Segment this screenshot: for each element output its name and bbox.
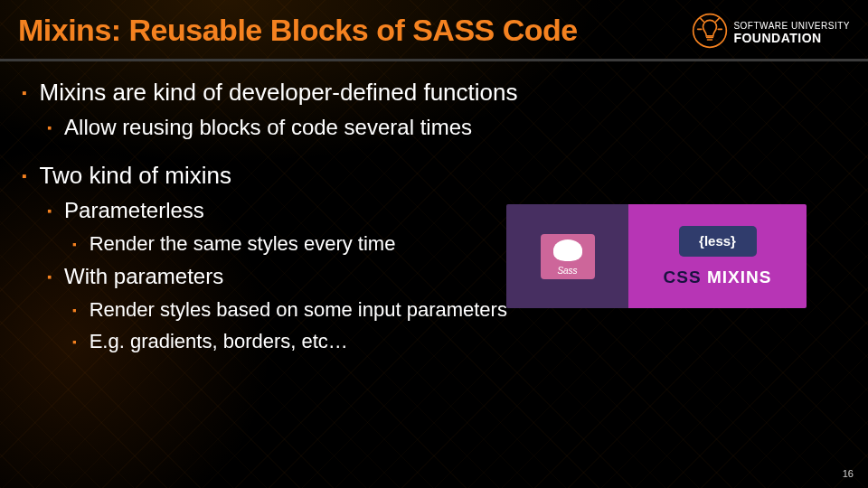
slide-title: Mixins: Reusable Blocks of SASS Code	[18, 13, 578, 48]
bullet-icon: ▪	[72, 329, 77, 355]
brand-logo: SOFTWARE UNIVERSITY FOUNDATION	[692, 13, 850, 52]
illustration-left-panel: Sass	[506, 204, 628, 308]
bullet-icon: ▪	[47, 263, 52, 292]
bullet-l3: Render styles based on some input parame…	[90, 297, 507, 323]
bullet-l3: E.g. gradients, borders, etc…	[90, 329, 348, 354]
title-underline	[0, 59, 868, 61]
less-logo-icon: {less}	[679, 226, 757, 257]
svg-point-0	[693, 14, 727, 48]
sass-logo-icon: Sass	[541, 234, 595, 279]
css-mixins-illustration: Sass {less} CSS MIXINS	[506, 204, 807, 308]
bullet-icon: ▪	[47, 197, 52, 226]
bullet-l2: Allow reusing blocks of code several tim…	[64, 114, 472, 142]
bullet-icon: ▪	[22, 161, 27, 192]
logo-line2: FOUNDATION	[733, 32, 850, 44]
bullet-l2: With parameters	[64, 263, 223, 291]
bullet-icon: ▪	[72, 231, 77, 258]
bullet-icon: ▪	[22, 78, 27, 108]
bullet-l1: Two kind of mixins	[40, 161, 231, 191]
logo-line1: SOFTWARE UNIVERSITY	[733, 22, 850, 31]
bullet-icon: ▪	[47, 114, 52, 143]
page-number: 16	[843, 468, 854, 479]
bullet-l2: Parameterless	[64, 197, 204, 225]
bullet-l3: Render the same styles every time	[90, 231, 396, 257]
bullet-l1: Mixins are kind of developer-defined fun…	[40, 78, 518, 108]
lightbulb-icon	[692, 13, 728, 52]
illustration-right-panel: {less} CSS MIXINS	[628, 204, 807, 308]
mixins-caption: CSS MIXINS	[664, 267, 772, 287]
bullet-icon: ▪	[72, 297, 77, 324]
